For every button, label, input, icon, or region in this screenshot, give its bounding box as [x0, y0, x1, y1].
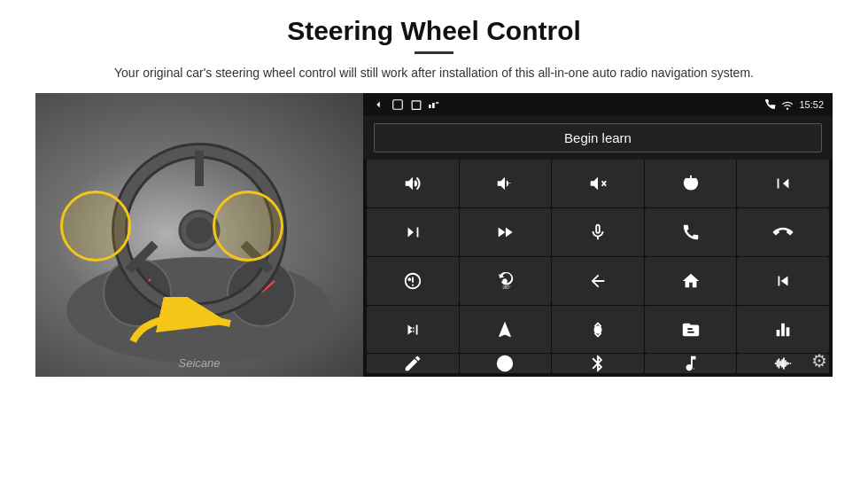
phone-status-icon [765, 98, 776, 111]
circle-left-highlight [60, 191, 131, 262]
folder-button[interactable] [645, 306, 737, 354]
title-underline [415, 51, 453, 54]
power-button[interactable] [645, 160, 737, 207]
svg-point-11 [186, 217, 213, 244]
camera-button[interactable] [367, 257, 459, 305]
wifi-icon [781, 99, 794, 110]
svg-rect-16 [432, 103, 435, 108]
circle-right-highlight [213, 191, 283, 262]
svg-text:360°: 360° [503, 285, 512, 290]
status-time: 15:52 [799, 99, 824, 110]
skip-forward-button[interactable] [367, 306, 459, 354]
pencil-button[interactable] [367, 354, 459, 373]
volume-mute-button[interactable] [552, 160, 644, 207]
status-left [372, 98, 443, 111]
phone-hangup-button[interactable] [737, 208, 829, 256]
home-nav-button[interactable] [645, 257, 737, 305]
microphone-button[interactable] [552, 208, 644, 256]
volume-up-button[interactable]: + [367, 160, 459, 207]
signal-icon [429, 100, 443, 109]
svg-rect-14 [412, 101, 421, 110]
svg-rect-17 [436, 103, 438, 104]
circular-menu-button[interactable] [460, 354, 552, 373]
navigation-button[interactable] [460, 306, 552, 354]
music-note-button[interactable]: * [645, 354, 737, 373]
controls-grid: + - [363, 160, 833, 377]
svg-point-18 [787, 108, 788, 110]
begin-learn-button[interactable]: Begin learn [374, 123, 822, 152]
android-panel: 15:52 Begin learn + - [363, 93, 833, 377]
status-right: 15:52 [765, 98, 824, 111]
begin-learn-row: Begin learn [363, 116, 833, 160]
recents-icon [411, 98, 422, 111]
svg-rect-15 [429, 105, 431, 108]
svg-rect-13 [393, 100, 403, 110]
360-view-button[interactable]: 360° [460, 257, 552, 305]
swap-button[interactable] [552, 306, 644, 354]
watermark: Seicane [179, 356, 221, 370]
rewind-button[interactable] [737, 257, 829, 305]
svg-point-29 [503, 362, 508, 367]
arrow-svg [124, 297, 248, 350]
content-row: Seicane [35, 93, 833, 377]
back-icon [372, 98, 384, 111]
home-icon [391, 98, 404, 111]
fast-forward-button[interactable] [460, 208, 552, 256]
svg-point-23 [407, 277, 411, 281]
prev-track-button[interactable] [737, 160, 829, 207]
page-title: Steering Wheel Control [287, 16, 581, 46]
back-nav-button[interactable] [552, 257, 644, 305]
svg-text:*: * [693, 369, 694, 373]
status-bar: 15:52 [363, 93, 833, 116]
bluetooth-button[interactable] [552, 354, 644, 373]
phone-answer-button[interactable] [645, 208, 737, 256]
volume-down-button[interactable]: - [460, 160, 552, 207]
svg-text:+: + [410, 178, 414, 186]
page-subtitle: Your original car's steering wheel contr… [114, 63, 754, 82]
car-image: Seicane [35, 93, 363, 377]
equalizer-button[interactable] [737, 306, 829, 354]
main-page: Steering Wheel Control Your original car… [0, 0, 868, 484]
car-image-inner: Seicane [35, 93, 363, 377]
svg-text:-: - [509, 179, 512, 187]
gear-icon[interactable]: ⚙ [811, 350, 827, 371]
next-track-button[interactable] [367, 208, 459, 256]
